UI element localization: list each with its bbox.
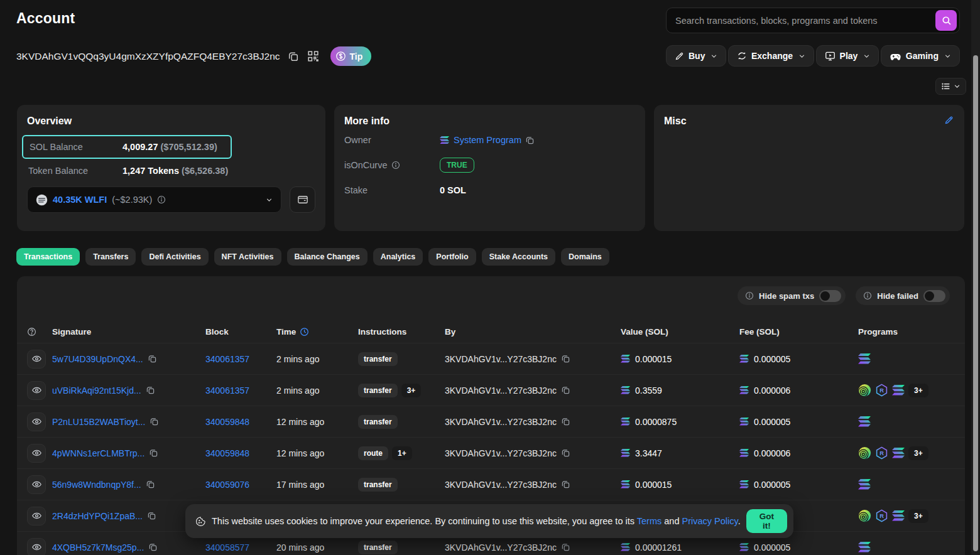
nav-button-buy[interactable]: Buy: [666, 45, 726, 67]
search-input[interactable]: [667, 16, 935, 26]
tab-portfolio[interactable]: Portfolio: [428, 248, 476, 266]
tx-signature-link[interactable]: P2nLU15B2WABTioyt...: [52, 417, 145, 427]
toggle-hide-spam-txs[interactable]: Hide spam txs: [738, 286, 846, 305]
copy-icon[interactable]: [148, 355, 156, 363]
token-balance-label: Token Balance: [28, 166, 122, 176]
isoncurve-row: isOnCurve TRUE: [344, 158, 635, 173]
tx-signature-link[interactable]: uVBiRkAqi92nt15Kjd...: [52, 385, 141, 396]
block-link[interactable]: 340061357: [205, 354, 249, 364]
eye-icon: [31, 385, 42, 396]
column-time[interactable]: Time: [276, 327, 358, 337]
edit-misc-button[interactable]: [944, 115, 954, 126]
instruction-chip[interactable]: transfer: [358, 415, 398, 429]
solana-icon: [858, 416, 871, 427]
preview-tx-button[interactable]: [27, 538, 46, 555]
copy-address-button[interactable]: [287, 50, 300, 63]
instruction-chip[interactable]: transfer: [358, 352, 398, 366]
preview-tx-button[interactable]: [27, 507, 46, 525]
got-it-button[interactable]: Got it!: [746, 509, 787, 533]
search-bar: [666, 8, 960, 33]
stake-value: 0 SOL: [440, 185, 466, 195]
owner-label: Owner: [344, 135, 440, 145]
copy-icon[interactable]: [562, 449, 570, 457]
portfolio-button[interactable]: [290, 186, 315, 213]
tab-domains[interactable]: Domains: [561, 248, 609, 266]
tx-signature-link[interactable]: 2R4dzHdYPQi1ZpaB...: [52, 511, 143, 521]
tab-stake-accounts[interactable]: Stake Accounts: [482, 248, 555, 266]
nav-button-exchange[interactable]: Exchange: [728, 45, 814, 67]
programs-more-chip[interactable]: 3+: [908, 509, 928, 523]
instruction-chip[interactable]: route: [358, 446, 388, 460]
tab-transfers[interactable]: Transfers: [85, 248, 136, 266]
programs-more-chip[interactable]: 3+: [908, 384, 928, 397]
preview-tx-button[interactable]: [27, 475, 46, 494]
by-address: 3KVDAhGV1v...Y27c3BJ2nc: [445, 448, 557, 458]
tx-signature-link[interactable]: 56n9w8WndbnqpY8f...: [52, 480, 141, 490]
nav-button-gaming[interactable]: Gaming: [881, 45, 960, 67]
preview-tx-button[interactable]: [27, 412, 46, 431]
copy-icon[interactable]: [146, 386, 155, 394]
view-options-button[interactable]: [935, 78, 966, 95]
copy-icon[interactable]: [150, 449, 158, 457]
preview-tx-button[interactable]: [27, 381, 46, 400]
programs-more-chip[interactable]: 3+: [908, 446, 928, 460]
nav-button-play[interactable]: Play: [816, 45, 879, 67]
scrollbar-thumb[interactable]: [973, 55, 978, 551]
help-column-header: [27, 327, 52, 337]
by-address: 3KVDAhGV1v...Y27c3BJ2nc: [445, 542, 557, 552]
tx-signature-link[interactable]: 5w7U4D39UpDnQX4...: [52, 354, 143, 364]
copy-icon[interactable]: [562, 543, 570, 551]
owner-link[interactable]: System Program: [454, 135, 521, 145]
tx-instructions: transfer: [358, 415, 445, 429]
toggle-switch[interactable]: [819, 290, 841, 302]
copy-icon[interactable]: [562, 355, 570, 363]
privacy-policy-link[interactable]: Privacy Policy: [682, 516, 738, 526]
block-link[interactable]: 340058577: [205, 542, 249, 552]
copy-icon[interactable]: [150, 418, 158, 426]
info-icon: [863, 291, 872, 300]
toggle-hide-failed[interactable]: Hide failed: [856, 286, 950, 305]
instruction-chip[interactable]: transfer: [358, 384, 398, 397]
tab-transactions[interactable]: Transactions: [16, 248, 80, 266]
pencil-icon: [675, 51, 684, 61]
block-link[interactable]: 340061357: [205, 385, 249, 396]
copy-icon[interactable]: [562, 480, 570, 488]
instruction-chip[interactable]: transfer: [358, 478, 398, 492]
preview-tx-button[interactable]: [27, 444, 46, 463]
terms-link[interactable]: Terms: [637, 516, 662, 526]
tx-programs: R3+: [858, 446, 955, 460]
toggle-switch[interactable]: [923, 290, 945, 302]
block-link[interactable]: 340059848: [205, 417, 249, 427]
instruction-more-chip[interactable]: 1+: [392, 446, 412, 460]
tab-analytics[interactable]: Analytics: [373, 248, 423, 266]
token-dropdown[interactable]: 40.35K WLFI (~$2.93K): [27, 186, 281, 213]
table-row: P2nLU15B2WABTioyt... 340059848 12 mins a…: [17, 406, 965, 437]
copy-icon[interactable]: [146, 480, 155, 488]
svg-text:R: R: [879, 387, 884, 394]
tab-defi-activities[interactable]: Defi Activities: [141, 248, 208, 266]
tx-signature-link[interactable]: 4pWNNs1erCLMBTrp...: [52, 448, 144, 458]
copy-icon[interactable]: [526, 136, 534, 144]
block-link[interactable]: 340059848: [205, 448, 249, 458]
qr-code-button[interactable]: [307, 50, 320, 63]
tab-balance-changes[interactable]: Balance Changes: [287, 248, 368, 266]
solana-icon: [739, 418, 749, 426]
tip-button[interactable]: Tip: [330, 46, 372, 66]
instruction-more-chip[interactable]: 3+: [401, 384, 422, 397]
by-address: 3KVDAhGV1v...Y27c3BJ2nc: [445, 354, 557, 364]
copy-icon[interactable]: [149, 543, 157, 551]
page-scrollbar[interactable]: [971, 0, 980, 555]
copy-icon[interactable]: [148, 512, 156, 520]
copy-icon[interactable]: [562, 418, 570, 426]
preview-tx-button[interactable]: [27, 350, 46, 369]
token-balance-value: 1,247 Tokens ($6,526.38): [122, 166, 228, 176]
tx-signature-link[interactable]: 4XQBH5z7k7Msg25p...: [52, 542, 144, 552]
by-address: 3KVDAhGV1v...Y27c3BJ2nc: [445, 417, 557, 427]
search-button[interactable]: [935, 10, 957, 31]
copy-icon[interactable]: [562, 386, 570, 394]
tab-nft-activities[interactable]: NFT Activities: [214, 248, 281, 266]
block-link[interactable]: 340059076: [205, 480, 249, 490]
instruction-chip[interactable]: transfer: [358, 541, 398, 554]
token-area: 40.35K WLFI (~$2.93K): [27, 186, 315, 213]
meteora-icon: [858, 384, 871, 397]
